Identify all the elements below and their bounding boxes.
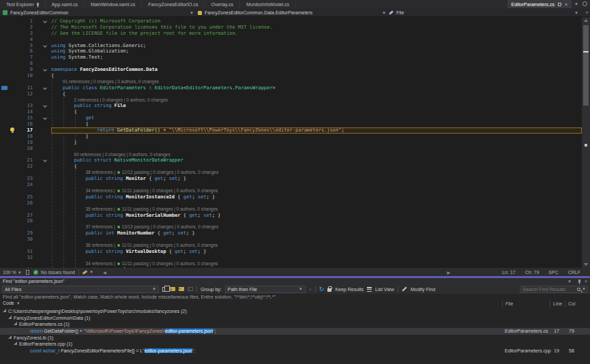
gear-icon[interactable]: [582, 1, 587, 6]
code-line[interactable]: 26: [0, 200, 582, 207]
code-text[interactable]: [51, 61, 582, 67]
keep-results-button[interactable]: Keep Results: [335, 287, 364, 292]
code-line[interactable]: 4: [0, 37, 582, 43]
pencil-icon[interactable]: [402, 286, 407, 291]
fold-arrow-icon[interactable]: [41, 115, 51, 121]
code-text[interactable]: [51, 218, 582, 224]
tree-expand-icon[interactable]: [8, 335, 12, 339]
fold-arrow-icon[interactable]: [41, 85, 51, 91]
codelens-row[interactable]: 37 references | 13/13 passing | 0 change…: [0, 224, 582, 230]
code-group-header[interactable]: Code ▼: [3, 301, 20, 305]
codelens-row[interactable]: 34 references | 11/11 passing | 0 change…: [0, 188, 582, 194]
tab-monitorinfomodel-cs[interactable]: MonitorInfoModel.cs: [240, 0, 296, 8]
code-text[interactable]: return GetDataFolder() + "\\Microsoft\\P…: [51, 127, 582, 134]
project-dropdown[interactable]: FancyZonesEditorCommon ▼: [3, 8, 194, 17]
result-row[interactable]: const wchar_t FancyZonesEditorParameters…: [0, 348, 590, 354]
code-text[interactable]: }: [51, 134, 582, 140]
code-line[interactable]: 1// Copyright (c) Microsoft Corporation: [0, 18, 582, 25]
tree-expand-icon[interactable]: [14, 342, 17, 345]
tab-list-chevron-icon[interactable]: ▼: [572, 0, 581, 8]
code-text[interactable]: {: [51, 121, 582, 127]
code-line[interactable]: 19}: [0, 140, 582, 146]
code-text[interactable]: using System.Globalization;: [51, 48, 582, 55]
code-line[interactable]: 31public string VirtualDesktop { get; se…: [0, 249, 582, 255]
codelens-text[interactable]: 35 references | 11/11 passing | 0 change…: [51, 207, 582, 213]
hscroll-left-icon[interactable]: ◀: [103, 270, 106, 275]
fold-arrow-icon[interactable]: [41, 43, 51, 49]
codelens-row[interactable]: 60 references | 0 changes | 0 authors, 0…: [0, 152, 582, 158]
codelens-text[interactable]: 34 references | 11/11 passing | 0 change…: [51, 261, 582, 267]
code-line[interactable]: 3// See the LICENSE file in the project …: [0, 31, 582, 37]
codelens-text[interactable]: 34 references | 11/11 passing | 0 change…: [51, 188, 582, 194]
code-text[interactable]: {: [51, 91, 582, 97]
codelens-text[interactable]: 2 references | 0 changes | 0 authors, 0 …: [51, 97, 582, 104]
preserve-case-icon[interactable]: ≡: [188, 287, 193, 291]
code-line[interactable]: 8: [0, 61, 582, 67]
fold-arrow-icon[interactable]: [41, 18, 51, 25]
code-line[interactable]: 7using System.Text;: [0, 55, 582, 61]
code-text[interactable]: public string MonitorInstanceId { get; s…: [51, 194, 582, 200]
window-position-icon[interactable]: ▼: [567, 279, 572, 284]
code-text[interactable]: namespace FancyZonesEditorCommon.Data: [51, 67, 582, 73]
code-text[interactable]: [51, 237, 582, 243]
code-line[interactable]: 14{: [0, 109, 582, 115]
codelens-row[interactable]: 34 references | 11/11 passing | 0 change…: [0, 261, 582, 267]
zoom-dropdown[interactable]: 100 % ▼: [0, 270, 22, 275]
collapse-all-icon[interactable]: −: [179, 287, 184, 291]
indent-mode-indicator[interactable]: SPC: [548, 270, 558, 275]
code-text[interactable]: using System.Collections.Generic;: [51, 43, 582, 49]
codelens-text[interactable]: 60 references | 0 changes | 0 authors, 0…: [51, 152, 582, 158]
result-group-row[interactable]: FancyZonesLib (1): [0, 335, 590, 342]
result-group-row[interactable]: FancyZonesEditorCommon\Data (1): [0, 315, 590, 322]
code-line[interactable]: 20: [0, 146, 582, 152]
line-ending-indicator[interactable]: CRLF: [568, 270, 580, 275]
codelens-row[interactable]: 35 references | 11/11 passing | 0 change…: [0, 207, 582, 213]
codelens-text[interactable]: 91 references | 0 changes | 0 authors, 0…: [51, 79, 582, 85]
fold-arrow-icon[interactable]: [41, 67, 51, 73]
tree-expand-icon[interactable]: [3, 309, 6, 312]
health-status-text[interactable]: No issues found: [41, 270, 75, 275]
code-line[interactable]: 16{: [0, 121, 582, 127]
tab-fancyzoneseditorio-cs[interactable]: FancyZonesEditorIO.cs: [142, 0, 205, 8]
scroll-down-icon[interactable]: [584, 263, 588, 266]
modify-find-button[interactable]: Modify Find: [411, 287, 435, 292]
code-editor[interactable]: 1// Copyright (c) Microsoft Corporation2…: [0, 17, 582, 268]
code-cleanup-icon[interactable]: [83, 270, 87, 274]
code-line[interactable]: 24: [0, 182, 582, 188]
code-text[interactable]: {: [51, 164, 582, 170]
code-text[interactable]: // Copyright (c) Microsoft Corporation: [51, 18, 582, 25]
expand-all-icon[interactable]: +: [170, 287, 175, 291]
tab-mainwindow-xaml-cs[interactable]: MainWindow.xaml.cs: [85, 0, 142, 8]
tab-overlay-cs[interactable]: Overlay.cs: [205, 0, 240, 8]
result-group-row[interactable]: EditorParameters.cs (1): [0, 321, 590, 328]
code-text[interactable]: public struct NativeMonitorDataWrapper: [51, 157, 582, 164]
group-by-dropdown[interactable]: Path then File ▼: [225, 286, 306, 293]
scope-dropdown[interactable]: All Files ▼: [2, 286, 159, 293]
code-text[interactable]: public string MonitorSerialNumber { get;…: [51, 213, 582, 219]
member-dropdown[interactable]: File ▼: [389, 8, 578, 17]
result-row[interactable]: return GetDataFolder() + "\\Microsoft\\P…: [0, 328, 590, 335]
codelens-text[interactable]: 37 references | 13/13 passing | 0 change…: [51, 224, 582, 230]
codelens-row[interactable]: 38 references | 12/12 passing | 0 change…: [0, 170, 582, 176]
code-line[interactable]: 23public string Monitor { get; set; }: [0, 176, 582, 182]
bulb-icon[interactable]: [0, 127, 18, 134]
column-header-line[interactable]: Line: [550, 301, 562, 307]
tab-editorparameters[interactable]: EditorParameters.cs ×: [507, 0, 572, 8]
tree-expand-icon[interactable]: [14, 322, 17, 325]
code-text[interactable]: [51, 146, 582, 152]
tree-expand-icon[interactable]: [8, 316, 12, 319]
chevron-down-icon[interactable]: ▼: [582, 287, 586, 291]
fold-arrow-icon[interactable]: [41, 157, 51, 164]
result-group-row[interactable]: C:\Users\zhaopengwang\Desktop\powertoys\…: [0, 308, 590, 315]
chevron-down-icon[interactable]: ▼: [89, 270, 93, 274]
codelens-text[interactable]: 38 references | 12/12 passing | 0 change…: [51, 170, 582, 176]
code-text[interactable]: {: [51, 109, 582, 115]
pin-icon[interactable]: [578, 279, 580, 283]
search-icon[interactable]: [577, 288, 580, 291]
code-line[interactable]: 12{: [0, 91, 582, 97]
column-header-col[interactable]: Col: [565, 301, 576, 307]
scrollbar-thumb[interactable]: [583, 25, 589, 106]
column-header-file[interactable]: File: [502, 301, 513, 307]
fold-arrow-icon[interactable]: [41, 103, 51, 109]
code-text[interactable]: }: [51, 140, 582, 146]
